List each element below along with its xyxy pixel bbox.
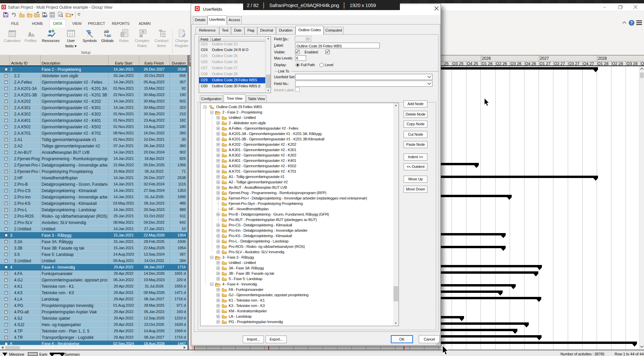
svg-text:ac: ac [106,33,111,38]
svg-text:?: ? [630,20,633,25]
